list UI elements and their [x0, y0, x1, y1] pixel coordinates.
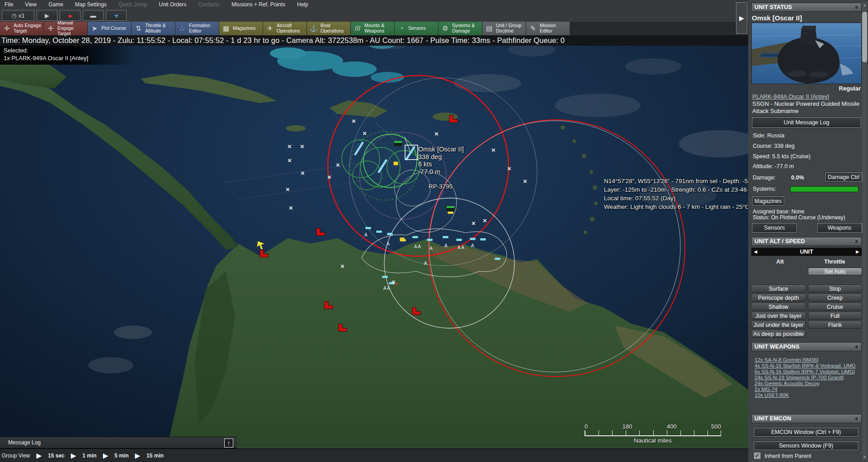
svg-text:×: ×: [392, 278, 396, 286]
menu-missions-ref-points[interactable]: Missions + Ref. Points: [231, 1, 285, 8]
alt-over-layer-button[interactable]: Just over the layer: [751, 312, 806, 320]
hostile-x-mark: ×: [395, 281, 398, 287]
formation-editor-icon: ∴: [178, 25, 187, 33]
set-auto-button[interactable]: Set Auto: [808, 268, 862, 275]
weapon-link[interactable]: 12x SA-N-8 Gremlin [9M36]: [755, 357, 859, 363]
button-label: Stop: [829, 286, 841, 292]
weapon-link[interactable]: 24x Generic Acoustic Decoy: [755, 381, 859, 386]
boat-operations-button[interactable]: ⚓ Boat Operations: [307, 22, 350, 35]
unit-class-link[interactable]: PLARK-949A Oscar II [Antey]: [752, 93, 829, 100]
button-label: Surface: [769, 286, 788, 292]
auto-engage-target-button[interactable]: ✛ Auto Engage Target: [0, 22, 43, 35]
sidebar-toggle-button[interactable]: ▶: [736, 2, 747, 34]
doctrine-doc-icon: ▤: [485, 25, 494, 33]
eraser-button[interactable]: ▬: [83, 10, 104, 21]
alt-deep-button[interactable]: As deep as possible: [751, 330, 806, 338]
step-15min[interactable]: 15 min: [146, 453, 164, 459]
time-controls-row: ◷ x1 ▶ ● ▬ ➤: [0, 9, 748, 22]
throttle-altitude-button[interactable]: ⇅ Throttle & Altitude: [132, 22, 175, 35]
jump-to-button[interactable]: ➤: [106, 10, 127, 21]
mission-editor-button[interactable]: ✎ Mission Editor: [526, 22, 570, 35]
reference-point-label[interactable]: RP-3795: [429, 183, 453, 190]
weapon-link[interactable]: 4x SS-N-15 Starfish [RPK-6 Vodopad, UMG: [755, 363, 859, 368]
throttle-full-button[interactable]: Full: [808, 312, 862, 320]
popup-speed: 6 kts: [418, 160, 464, 168]
step-15sec[interactable]: 15 sec: [48, 453, 65, 459]
weapons-sidebar-button[interactable]: Weapons: [817, 223, 862, 233]
cursor-info-line: Weather: Light high clouds 6 - 7 km - Li…: [604, 203, 748, 211]
damage-ctrl-button[interactable]: Damage Ctrl: [825, 172, 862, 182]
sensors-sidebar-button[interactable]: Sensors: [752, 223, 797, 233]
panel-title: UNIT ALT / SPEED: [755, 238, 805, 245]
throttle-flank-button[interactable]: Flank: [808, 321, 862, 329]
svg-text:×: ×: [286, 185, 290, 193]
sidebar-scrollbar-thumb[interactable]: [862, 12, 867, 62]
menu-file[interactable]: File: [5, 1, 13, 8]
weapon-link[interactable]: 10x USET-80K: [755, 392, 859, 398]
alt-surface-button[interactable]: Surface: [751, 285, 806, 292]
inherit-checkbox[interactable]: ✓: [754, 452, 761, 459]
magazines-sidebar-button[interactable]: Magazines: [752, 196, 784, 206]
formation-editor-button[interactable]: ∴ Formation Editor: [175, 22, 219, 35]
time-compression-button[interactable]: ◷ x1: [2, 10, 34, 21]
magazines-button[interactable]: ▦ Magazines: [219, 22, 263, 35]
action-toolbar: ✛ Auto Engage Target ✛ Manual Engage Tar…: [0, 22, 748, 35]
scroll-up-icon[interactable]: ▲: [862, 3, 867, 7]
toolbar-label: Mission Editor: [540, 23, 568, 34]
sidebar-scrollbar-track[interactable]: [862, 2, 867, 460]
emcon-window-button[interactable]: EMCON Window (Ctrl + F9): [754, 428, 859, 437]
unit-alt-speed-header[interactable]: UNIT ALT / SPEED «: [751, 237, 862, 246]
menu-map-settings[interactable]: Map Settings: [75, 1, 107, 8]
message-log-bar[interactable]: Message Log ↑: [0, 437, 237, 448]
message-log-label: Message Log: [8, 439, 41, 446]
selected-value: 1x PLARK-949A Oscar II [Antey]: [4, 54, 88, 62]
unit-status-header[interactable]: UNIT STATUS «: [751, 3, 862, 12]
throttle-creep-button[interactable]: Creep: [808, 294, 862, 302]
menu-game[interactable]: Game: [48, 1, 63, 8]
plot-course-button[interactable]: ➤ Plot Course: [88, 22, 131, 35]
sensors-button[interactable]: ◔ Sensors: [395, 22, 438, 35]
unit-group-doctrine-button[interactable]: ▤ Unit / Group Doctrine: [482, 22, 526, 35]
svg-text:×: ×: [288, 142, 292, 150]
weapon-link[interactable]: 2x MG-74: [755, 387, 859, 392]
button-label: Flank: [828, 322, 842, 328]
manual-engage-target-button[interactable]: ✛ Manual Engage Target: [44, 22, 87, 35]
weapon-link[interactable]: 24x SS-N-19 Shipwreck [P-700 Granit]: [755, 375, 859, 380]
step-1min[interactable]: 1 min: [82, 453, 96, 459]
step-arrow-icon: ▶: [36, 452, 42, 460]
svg-text:×: ×: [523, 177, 527, 185]
systems-damage-button[interactable]: ⚙ Systems & Damage: [439, 22, 482, 35]
throttle-stop-button[interactable]: Stop: [808, 285, 862, 292]
weapon-link[interactable]: 6x SS-N-16 Stallion [RPK-7 Vodopei, UMG]: [755, 369, 859, 374]
svg-text:×: ×: [507, 165, 511, 172]
sensors-window-button[interactable]: Sensors Window (F9): [754, 441, 859, 450]
magazines-icon: ▦: [222, 25, 231, 33]
unit-message-log-button[interactable]: Unit Message Log: [752, 117, 861, 128]
throttle-cruise-button[interactable]: Cruise: [808, 303, 862, 311]
run-pause-button[interactable]: ▶: [37, 10, 57, 21]
record-button[interactable]: ●: [60, 10, 80, 21]
menu-view[interactable]: View: [25, 1, 37, 8]
alt-periscope-button[interactable]: Periscope depth: [751, 294, 806, 302]
aircraft-operations-button[interactable]: ✈ Aircraft Operations: [263, 22, 307, 35]
button-label: Full: [830, 313, 840, 319]
scroll-down-icon[interactable]: ▼: [862, 455, 867, 459]
boat-anchor-icon: ⚓: [309, 25, 318, 33]
unit-weapons-header[interactable]: UNIT WEAPONS «: [751, 342, 862, 351]
alt-under-layer-button[interactable]: Just under the layer: [751, 321, 806, 329]
throttle-altitude-icon: ⇅: [134, 25, 143, 33]
svg-text:A: A: [444, 243, 448, 248]
message-log-open-button[interactable]: ↑: [224, 438, 233, 448]
scope-left-arrow-icon[interactable]: ◄: [753, 249, 758, 255]
group-view-label[interactable]: Group View: [2, 453, 30, 459]
scope-right-arrow-icon[interactable]: ►: [855, 249, 860, 255]
map-canvas[interactable]: AA AA AA AA AA AA × ××× ××× ××× ××× ××× …: [0, 0, 748, 448]
button-label: Just under the layer: [754, 322, 803, 328]
mounts-weapons-button[interactable]: /// Mounts & Weapons: [351, 22, 394, 35]
assigned-base: Assigned base: None: [753, 208, 804, 215]
step-5min[interactable]: 5 min: [114, 453, 128, 459]
menu-unit-orders[interactable]: Unit Orders: [159, 1, 186, 8]
alt-shallow-button[interactable]: Shallow: [751, 303, 806, 311]
menu-help[interactable]: Help: [297, 1, 308, 8]
unit-emcon-header[interactable]: UNIT EMCON «: [751, 414, 862, 423]
